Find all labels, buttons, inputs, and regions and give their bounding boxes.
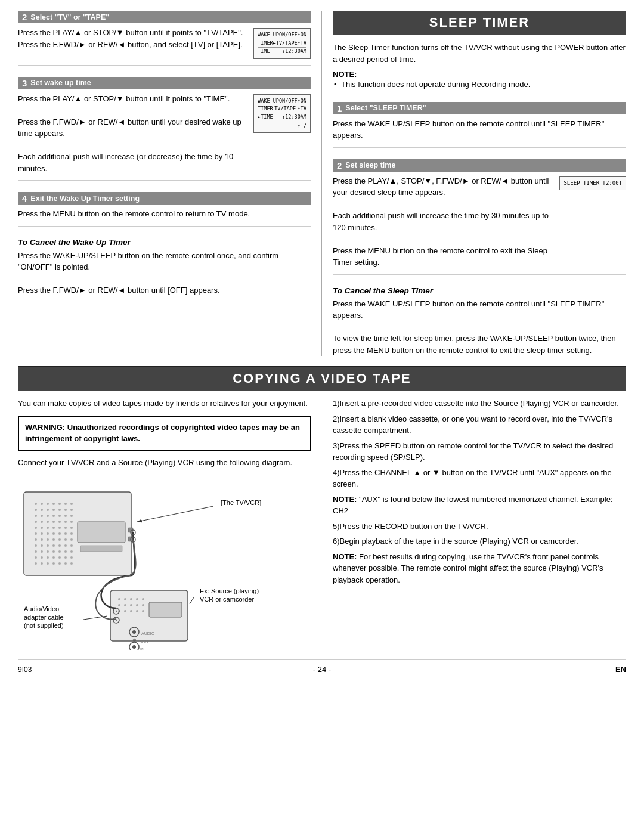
svg-text:AUDIO: AUDIO	[141, 631, 155, 636]
svg-point-77	[70, 562, 73, 565]
copying-left: You can make copies of video tapes made …	[18, 398, 322, 650]
svg-rect-79	[80, 546, 122, 552]
svg-point-86	[130, 598, 132, 600]
svg-point-59	[47, 550, 49, 553]
svg-point-87	[136, 598, 138, 600]
page-number: - 24 -	[54, 665, 590, 674]
sleep-step1-label: Select "SLEEP TIMER"	[345, 104, 426, 112]
svg-point-115	[132, 645, 136, 649]
svg-point-68	[58, 556, 61, 559]
svg-point-44	[41, 538, 43, 541]
cancel-sleep-title: To Cancel the Sleep Timer	[333, 286, 626, 295]
divider1	[18, 72, 311, 72]
svg-point-37	[41, 532, 43, 535]
copying-note-aux: NOTE: "AUX" is found below the lowest nu…	[333, 494, 626, 517]
lcd-row1: WAKE UPON/OFF↑ON	[258, 31, 306, 39]
svg-point-35	[70, 527, 73, 529]
sleep-step2-lcd: SLEEP TIMER [2:00]	[559, 176, 626, 190]
copying-step-5: 5)Press the RECORD button on the TV/VCR.	[333, 521, 626, 532]
step2-content: Press the PLAY/▲ or STOP/▼ button until …	[18, 27, 311, 59]
diagram-svg: [The TV/VCR]	[18, 474, 274, 650]
svg-point-2	[41, 503, 43, 505]
svg-point-10	[47, 509, 49, 511]
divider2	[18, 187, 311, 187]
cable-label-text: Audio/Video	[24, 605, 59, 612]
step2-block: 2 Select "TV" or "TAPE" Press the PLAY/▲…	[18, 11, 311, 66]
svg-point-58	[41, 550, 43, 553]
svg-point-6	[64, 503, 67, 505]
svg-point-85	[124, 598, 126, 600]
sleep-step1-block: 1 Select "SLEEP TIMER" Press the WAKE UP…	[333, 102, 626, 148]
svg-point-16	[41, 515, 43, 517]
svg-point-66	[47, 556, 49, 559]
step2-header: 2 Select "TV" or "TAPE"	[18, 11, 311, 23]
copying-header: COPYING A VIDEO TAPE	[18, 366, 626, 391]
svg-point-36	[35, 532, 37, 535]
sleep-step2-content: Press the PLAY/▲, STOP/▼, F.FWD/► or REW…	[333, 175, 626, 268]
svg-point-15	[35, 515, 37, 517]
page-code: 9I03	[18, 665, 54, 674]
step3-header: 3 Set wake up time	[18, 77, 311, 89]
svg-point-55	[64, 544, 67, 547]
step3-lcd-row1: WAKE UPON/OFF↑ON	[258, 97, 306, 106]
step4-text: Press the MENU button on the remote cont…	[18, 208, 311, 220]
svg-point-57	[35, 550, 37, 553]
lcd-row2: TIMER►TV/TAPE↑TV	[258, 39, 306, 48]
svg-point-91	[130, 604, 132, 606]
svg-point-19	[58, 515, 61, 517]
copying-section-wrapper: COPYING A VIDEO TAPE You can make copies…	[18, 366, 626, 650]
copying-step-4: 4)Press the CHANNEL ▲ or ▼ button on the…	[333, 467, 626, 490]
cancel-wakeup-section: To Cancel the Wake Up Timer Press the WA…	[18, 238, 311, 296]
svg-point-4	[52, 503, 55, 505]
svg-point-5	[58, 503, 61, 505]
step2-lcd: WAKE UPON/OFF↑ON TIMER►TV/TAPE↑TV TIME↑1…	[253, 28, 311, 59]
right-divider1	[333, 97, 626, 97]
step3-lcd-row4: ↑ /	[258, 122, 306, 131]
svg-point-53	[52, 544, 55, 547]
copying-diagram-text: Connect your TV/VCR and a Source (Playin…	[18, 457, 311, 469]
svg-point-52	[47, 544, 49, 547]
svg-point-31	[47, 527, 49, 529]
sleep-step2-text: Press the PLAY/▲, STOP/▼, F.FWD/► or REW…	[333, 175, 553, 268]
svg-point-40	[58, 532, 61, 535]
page: 2 Select "TV" or "TAPE" Press the PLAY/▲…	[0, 0, 644, 833]
svg-text:IN: IN	[140, 648, 144, 650]
svg-point-47	[58, 538, 61, 541]
copying-intro: You can make copies of video tapes made …	[18, 398, 311, 410]
svg-rect-78	[78, 522, 125, 543]
diagram-area: [The TV/VCR]	[18, 474, 311, 650]
svg-point-20	[64, 515, 67, 517]
svg-point-30	[41, 527, 43, 529]
step4-number: 4	[22, 193, 27, 203]
step3-label: Set wake up time	[30, 79, 91, 87]
svg-point-50	[35, 544, 37, 547]
svg-point-12	[58, 509, 61, 511]
svg-point-22	[35, 521, 37, 523]
svg-text:(not supplied): (not supplied)	[24, 622, 64, 629]
svg-point-28	[70, 521, 73, 523]
svg-point-76	[64, 562, 67, 565]
sleep-step1-text: Press the WAKE UP/SLEEP button on the re…	[333, 118, 626, 141]
svg-point-51	[41, 544, 43, 547]
svg-point-73	[47, 562, 49, 565]
svg-point-43	[35, 538, 37, 541]
svg-point-9	[41, 509, 43, 511]
svg-point-21	[70, 515, 73, 517]
svg-point-18	[52, 515, 55, 517]
svg-point-33	[58, 527, 61, 529]
svg-point-8	[35, 509, 37, 511]
svg-point-72	[41, 562, 43, 565]
copying-step-2: 2)Insert a blank video cassette, or one …	[333, 413, 626, 436]
svg-point-75	[58, 562, 61, 565]
copying-steps-list: 1)Insert a pre-recorded video cassette i…	[333, 398, 626, 586]
svg-point-1	[35, 503, 37, 505]
svg-point-65	[41, 556, 43, 559]
svg-point-45	[47, 538, 49, 541]
step2-text: Press the PLAY/▲ or STOP/▼ button until …	[18, 27, 247, 50]
svg-point-69	[64, 556, 67, 559]
svg-point-62	[64, 550, 67, 553]
right-divider3	[333, 281, 626, 281]
svg-point-95	[124, 610, 126, 612]
svg-point-42	[70, 532, 73, 535]
svg-point-3	[47, 503, 49, 505]
